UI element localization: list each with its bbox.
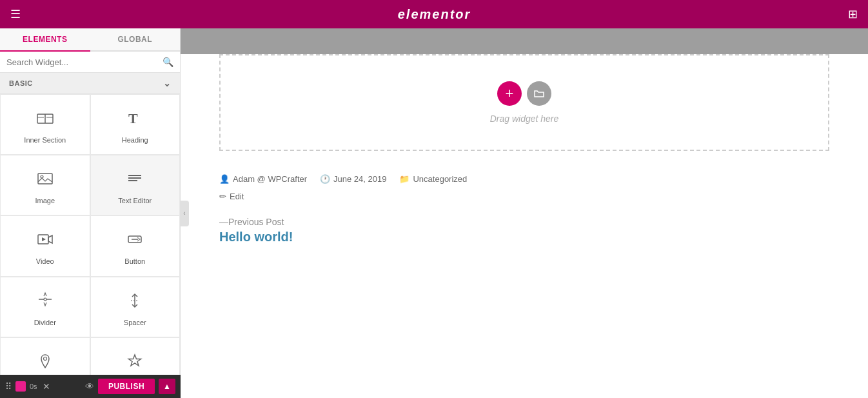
publish-dropdown-arrow[interactable]: ▲ [159,379,175,394]
widget-divider-label: Divider [34,319,56,326]
bottom-bar: ⠿ 0s ✕ 👁 PUBLISH ▲ [0,375,181,398]
canvas-area: + Drag widget here 👤 Adam @ WPCrafter [181,28,868,398]
edit-label: Edit [230,192,244,201]
widget-heading[interactable]: T Heading [90,94,181,155]
section-header-basic: BASIC ⌄ [0,73,180,94]
inner-section-icon [36,109,54,132]
elementor-logo: elementor [398,7,471,22]
previous-post-title[interactable]: Hello world! [219,230,293,244]
widget-spacer-label: Spacer [124,319,146,326]
search-icon: 🔍 [163,57,173,67]
canvas-content: + Drag widget here 👤 Adam @ WPCrafter [181,54,868,398]
widget-spacer[interactable]: Spacer [90,277,181,337]
close-icon[interactable]: ✕ [43,381,50,392]
category-value: Uncategorized [413,174,467,184]
svg-point-19 [43,357,46,360]
svg-point-16 [44,298,46,301]
author-name: Adam @ WPCrafter [233,174,307,184]
icon-widget-icon [126,352,144,375]
widget-divider[interactable]: Divider [0,277,90,337]
svg-marker-11 [42,237,46,241]
spacer-icon [126,292,144,315]
image-icon [36,170,54,193]
widget-inner-section[interactable]: Inner Section [0,94,90,155]
drag-text: Drag widget here [490,114,559,124]
video-icon [36,230,54,254]
button-icon [126,230,144,254]
main-layout: ELEMENTS GLOBAL 🔍 BASIC ⌄ [0,28,868,398]
widget-button[interactable]: Button [90,215,181,276]
tab-elements[interactable]: ELEMENTS [0,28,90,52]
drop-zone-buttons: + [497,81,551,106]
add-widget-button[interactable]: + [497,81,522,106]
previous-post-section: —Previous Post Hello world! [181,204,868,257]
sidebar-tabs: ELEMENTS GLOBAL [0,28,180,52]
tab-global[interactable]: GLOBAL [90,28,181,50]
grid-icon[interactable]: ⊞ [848,7,858,21]
post-meta: 👤 Adam @ WPCrafter 🕐 June 24, 2019 📁 Unc… [181,164,868,189]
widget-video[interactable]: Video [0,215,90,276]
add-from-library-button[interactable] [527,81,551,106]
svg-text:T: T [128,110,138,126]
search-bar: 🔍 [0,52,180,73]
text-editor-icon [126,170,144,193]
post-author: 👤 Adam @ WPCrafter [219,174,307,184]
sidebar-collapse-toggle[interactable]: ‹ [180,201,189,226]
widget-button-label: Button [124,257,145,265]
post-category: 📁 Uncategorized [399,174,467,184]
top-bar: ☰ elementor ⊞ [0,0,868,28]
hamburger-icon[interactable]: ☰ [10,7,21,21]
widget-image[interactable]: Image [0,155,90,215]
edit-pencil-icon: ✏ [219,192,226,201]
previous-post-label: —Previous Post [219,217,829,227]
drop-zone-inner: + Drag widget here [490,81,559,124]
drop-zone: + Drag widget here [219,54,829,151]
heading-icon: T [126,109,144,132]
color-swatch [15,381,26,392]
widget-image-label: Image [35,197,55,204]
search-input[interactable] [6,57,163,67]
divider-icon [36,292,54,315]
svg-rect-5 [38,174,52,184]
post-date: 🕐 June 24, 2019 [320,174,386,184]
widget-video-label: Video [36,257,54,265]
google-maps-icon [36,352,54,375]
grid-dots-icon: ⠿ [5,381,12,392]
widget-inner-section-label: Inner Section [24,136,66,144]
author-icon: 👤 [219,174,230,184]
edit-link[interactable]: ✏ Edit [181,189,868,204]
sidebar: ELEMENTS GLOBAL 🔍 BASIC ⌄ [0,28,181,398]
date-value: June 24, 2019 [333,174,386,184]
widget-heading-label: Heading [122,136,148,144]
chevron-down-icon[interactable]: ⌄ [163,78,172,88]
category-icon: 📁 [399,174,409,184]
widget-text-editor-label: Text Editor [118,197,152,204]
timer-badge: 0s [30,383,37,390]
eye-icon[interactable]: 👁 [85,381,94,392]
date-icon: 🕐 [320,174,330,184]
publish-button[interactable]: PUBLISH [98,379,155,394]
widget-text-editor[interactable]: Text Editor [90,155,181,215]
widget-grid: Inner Section T Heading [0,94,180,398]
